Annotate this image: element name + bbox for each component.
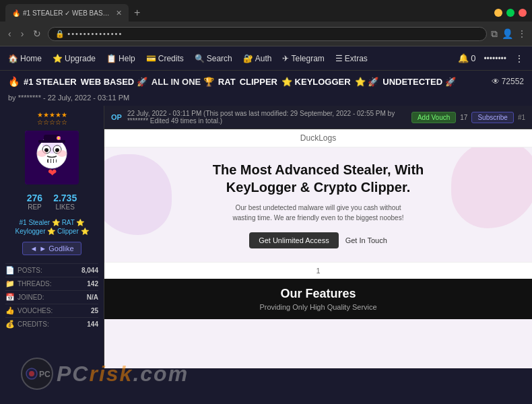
forum-nav-right: 🔔 0 •••••••• ⋮ [458, 53, 524, 64]
window-controls [494, 9, 527, 17]
svg-text:❤: ❤ [48, 167, 57, 178]
nav-credits-label: Credits [158, 54, 184, 63]
likes-value: 2.735 [53, 193, 77, 203]
refresh-button[interactable]: ↻ [30, 27, 44, 40]
site-hero-buttons: Get Unlimited Access Get In Touch [125, 232, 512, 248]
lock-icon: 🔒 [55, 30, 65, 38]
features-title: Our Features [118, 287, 519, 301]
nav-upgrade-label: Upgrade [65, 54, 96, 63]
subscribe-button[interactable]: Subscribe [471, 112, 513, 123]
badge-line-2: Keylogger ⭐ Clipper ⭐ [15, 228, 88, 235]
nav-help[interactable]: 📋 Help [106, 54, 135, 63]
avatar-wrapper: ❤ [25, 131, 79, 184]
forward-button[interactable]: › [18, 27, 27, 40]
svg-rect-8 [48, 159, 51, 163]
nav-upgrade[interactable]: ⭐ Upgrade [53, 54, 96, 63]
joined-row: 📅 JOINED: N/A [5, 290, 98, 304]
svg-point-16 [58, 137, 60, 139]
site-features-bar: Our Features Providing Only High Quality… [104, 279, 532, 319]
nav-home-label: Home [20, 54, 42, 63]
likes-label: LIKES [53, 203, 77, 211]
thread-undetected-label: UNDETECTED 🚀 [383, 77, 455, 87]
posts-icon: 📄 [5, 266, 15, 275]
minimize-button[interactable] [494, 9, 502, 17]
views-icon: 👁 [492, 77, 500, 86]
home-icon: 🏠 [8, 54, 18, 63]
rank-text: ◄ ► Godlike [30, 244, 73, 252]
likes-stat: 2.735 LIKES [53, 193, 77, 211]
thread-stealer-label: #1 STEALER [24, 77, 77, 87]
maximize-button[interactable] [506, 9, 514, 17]
vouches-row: 👍 VOUCHES: 25 [5, 304, 98, 317]
avatar-svg: ❤ [25, 131, 79, 184]
get-in-touch-button[interactable]: Get In Touch [345, 232, 387, 248]
extensions-icon[interactable]: ⧉ [491, 28, 498, 40]
views-number: 72552 [502, 77, 524, 86]
add-vouch-button[interactable]: Add Vouch [411, 112, 456, 123]
menu-icon[interactable]: ⋮ [517, 28, 527, 39]
help-icon: 📋 [106, 54, 117, 63]
browser-icons: ⧉ 👤 ⋮ [491, 28, 527, 40]
site-logo-text: DuckLogs [300, 133, 336, 143]
back-button[interactable]: ‹ [5, 27, 14, 40]
address-bar[interactable]: 🔒 •••••••••••••• [48, 27, 487, 41]
url-text: •••••••••••••• [67, 30, 123, 38]
telegram-icon: ✈ [282, 54, 289, 63]
rep-label: REP [27, 203, 42, 211]
thread-author: by ******** - 22 July, 2022 - 03:11 PM [8, 94, 129, 102]
nav-extras-label: Extras [345, 54, 368, 63]
notification-bell-icon[interactable]: 🔔 0 [458, 53, 476, 63]
user-top-stars: ★★★★★ [37, 111, 67, 119]
extras-icon: ☰ [335, 54, 343, 63]
nav-auth-label: Auth [255, 54, 272, 63]
joined-value: N/A [87, 294, 98, 301]
svg-point-19 [26, 368, 37, 379]
nav-home[interactable]: 🏠 Home [8, 54, 42, 63]
tab-favicon: 🔥 [12, 9, 20, 17]
profile-icon[interactable]: 👤 [502, 28, 513, 39]
thread-webbased-label: WEB BASED 🚀 [81, 77, 147, 87]
browser-chrome: 🔥 #1 STEALER ✓ WEB BASED 🚀 ... ✕ + ‹ › ↻… [0, 0, 532, 46]
nav-telegram-label: Telegram [291, 54, 324, 63]
badge-line-1: #1 Stealer ⭐ RAT ⭐ [15, 219, 88, 226]
forum-username[interactable]: •••••••• [484, 54, 506, 63]
get-access-button[interactable]: Get Unlimited Access [249, 232, 339, 248]
new-tab-button[interactable]: + [131, 7, 143, 19]
joined-icon: 📅 [5, 293, 15, 302]
credits-row: 💰 CREDITS: 144 [5, 317, 98, 331]
close-window-button[interactable] [519, 9, 527, 17]
views-count: 👁 72552 [492, 77, 524, 86]
page-number: 1 [316, 267, 320, 275]
thread-title: #1 STEALER WEB BASED 🚀 ALL IN ONE 🏆 RAT … [24, 77, 456, 87]
site-hero-title: The Most Advanced Stealer, WithKeyLogger… [125, 161, 512, 196]
notification-count: 0 [471, 53, 475, 63]
site-hero: The Most Advanced Stealer, WithKeyLogger… [104, 147, 532, 262]
site-logo-bar: DuckLogs [104, 129, 532, 147]
user-badges: #1 Stealer ⭐ RAT ⭐ Keylogger ⭐ Clipper ⭐ [15, 219, 88, 236]
posts-label: POSTS: [18, 267, 81, 274]
active-tab[interactable]: 🔥 #1 STEALER ✓ WEB BASED 🚀 ... ✕ [5, 4, 129, 22]
post-date: 22 July, 2022 - 03:11 PM (This post was … [127, 110, 406, 125]
post-area: OP 22 July, 2022 - 03:11 PM (This post w… [104, 106, 532, 368]
rep-value: 276 [27, 193, 42, 203]
auth-icon: 🔐 [243, 54, 253, 63]
nav-credits[interactable]: 💳 Credits [146, 54, 184, 63]
svg-text:PC: PC [39, 370, 51, 379]
nav-auth[interactable]: 🔐 Auth [243, 54, 272, 63]
threads-icon: 📁 [5, 279, 15, 288]
user-stats: 276 REP 2.735 LIKES [27, 193, 77, 211]
nav-telegram[interactable]: ✈ Telegram [282, 54, 324, 63]
credits-label: CREDITS: [18, 321, 87, 328]
svg-point-11 [37, 150, 46, 157]
forum-menu-button[interactable]: ⋮ [514, 53, 524, 64]
nav-search[interactable]: 🔍 Search [195, 54, 232, 63]
credits-value: 144 [87, 321, 98, 328]
rank-badge: ◄ ► Godlike [22, 242, 81, 255]
thread-fire-icon: 🔥 [8, 76, 20, 87]
embedded-site: DuckLogs The Most Advanced Stealer, With… [104, 129, 532, 368]
nav-search-label: Search [207, 54, 232, 63]
nav-extras[interactable]: ☰ Extras [335, 54, 368, 63]
search-icon: 🔍 [195, 54, 205, 63]
tab-close-button[interactable]: ✕ [116, 9, 122, 18]
svg-point-12 [57, 150, 67, 157]
